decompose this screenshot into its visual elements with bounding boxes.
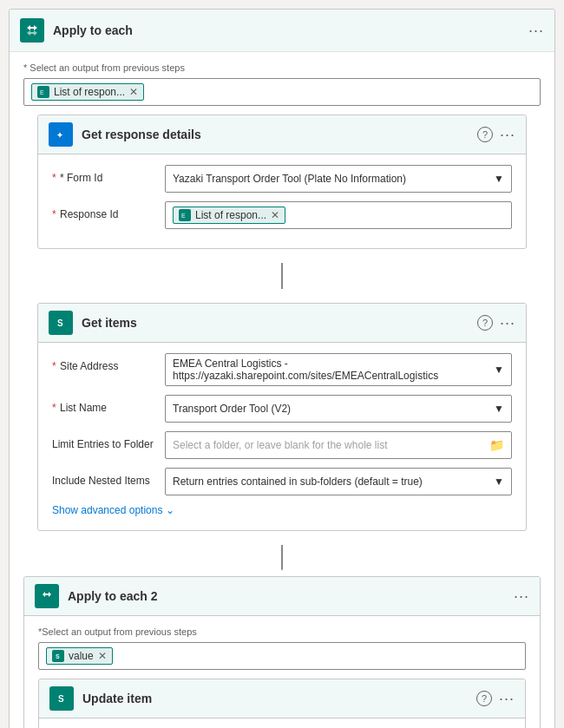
- include-nested-text: Return entries contained in sub-folders …: [173, 475, 423, 488]
- apply-to-each-2-tag: S value ✕: [46, 647, 113, 665]
- form-id-arrow: ▼: [494, 173, 504, 185]
- limit-entries-field[interactable]: Select a folder, or leave blank for the …: [165, 431, 512, 459]
- apply-to-each-menu[interactable]: ···: [528, 23, 544, 38]
- get-response-icon: ✦: [49, 122, 73, 147]
- apply-to-each-2-tag-label: value: [69, 650, 94, 662]
- apply-to-each-tag-label: List of respon...: [54, 86, 125, 98]
- apply-to-each-2-icon: [35, 584, 59, 608]
- response-id-tag: E List of respon... ✕: [173, 207, 285, 224]
- site-address-value[interactable]: EMEA Central Logistics - https://yazaki.…: [165, 353, 512, 386]
- connector-line-2-svg: [281, 545, 283, 571]
- site-address-text: EMEA Central Logistics - https://yazaki.…: [173, 357, 494, 382]
- include-nested-row: Include Nested Items Return entries cont…: [52, 468, 512, 495]
- update-item-icon: S: [49, 686, 74, 711]
- connector-1: [23, 258, 541, 294]
- apply-to-each-2-card: Apply to each 2 ··· *Select an output fr…: [23, 576, 541, 728]
- site-address-row: * Site Address EMEA Central Logistics - …: [52, 353, 512, 386]
- list-name-value[interactable]: Transport Order Tool (V2) ▼: [165, 395, 512, 423]
- apply-to-each-output-container[interactable]: E List of respon... ✕: [23, 78, 541, 106]
- list-name-label: * List Name: [52, 395, 165, 414]
- form-id-text: Yazaki Transport Order Tool (Plate No In…: [173, 173, 406, 185]
- apply-to-each-title: Apply to each: [53, 23, 528, 37]
- svg-text:E: E: [181, 213, 186, 219]
- update-item-title: Update item: [82, 692, 476, 705]
- include-nested-label: Include Nested Items: [52, 468, 165, 487]
- get-items-help[interactable]: ?: [477, 315, 493, 331]
- get-items-icon: S: [49, 311, 73, 335]
- include-nested-arrow: ▼: [494, 475, 504, 488]
- apply-to-each-2-tag-icon: S: [52, 650, 64, 662]
- apply-to-each-tag-close[interactable]: ✕: [129, 87, 138, 97]
- svg-rect-12: [40, 589, 54, 603]
- apply-to-each-body: * Select an output from previous steps E…: [10, 52, 554, 728]
- apply-to-each-2-header: Apply to each 2 ···: [24, 577, 540, 616]
- get-items-actions: ? ···: [477, 315, 515, 331]
- response-id-row: * Response Id E List: [52, 201, 512, 229]
- get-response-actions: ? ···: [477, 127, 515, 142]
- response-id-tag-icon: E: [179, 209, 191, 221]
- limit-entries-row: Limit Entries to Folder Select a folder,…: [52, 431, 512, 459]
- connector-2: [23, 540, 541, 576]
- list-name-arrow: ▼: [494, 403, 504, 415]
- show-advanced-chevron: ⌄: [166, 504, 174, 516]
- get-items-card: S Get items ? ··· * Site Address: [37, 303, 527, 531]
- form-id-value[interactable]: Yazaki Transport Order Tool (Plate No In…: [165, 165, 512, 193]
- apply-to-each-2-output-container[interactable]: S value ✕: [38, 642, 526, 670]
- get-items-body: * Site Address EMEA Central Logistics - …: [38, 343, 526, 530]
- apply-to-each-2-menu[interactable]: ···: [514, 588, 529, 604]
- svg-text:S: S: [56, 653, 60, 659]
- list-name-dropdown[interactable]: Transport Order Tool (V2) ▼: [165, 395, 512, 423]
- get-response-body: * * Form Id Yazaki Transport Order Tool …: [38, 154, 526, 248]
- site-address-arrow: ▼: [494, 364, 504, 376]
- tag-icon-excel: E: [37, 86, 49, 98]
- limit-entries-placeholder: Select a folder, or leave blank for the …: [173, 439, 387, 451]
- response-id-tag-label: List of respon...: [195, 209, 266, 221]
- update-item-help[interactable]: ?: [476, 691, 492, 706]
- get-response-header: ✦ Get response details ? ···: [38, 115, 526, 154]
- site-address-dropdown[interactable]: EMEA Central Logistics - https://yazaki.…: [165, 353, 512, 386]
- response-id-tag-close[interactable]: ✕: [271, 210, 279, 220]
- update-item-header: S Update item ? ···: [39, 679, 525, 718]
- apply-to-each-actions: ···: [528, 23, 544, 38]
- list-name-text: Transport Order Tool (V2): [173, 403, 291, 415]
- update-item-card: S Update item ? ··· * Site: [38, 679, 526, 728]
- site-address-label: * Site Address: [52, 353, 165, 372]
- apply-to-each-2-tag-close[interactable]: ✕: [98, 651, 107, 661]
- update-item-body: * Site Address EMEA Central Logistics - …: [39, 718, 525, 728]
- limit-entries-label: Limit Entries to Folder: [52, 431, 165, 450]
- include-nested-value[interactable]: Return entries contained in sub-folders …: [165, 468, 512, 495]
- apply-to-each-2-actions: ···: [514, 588, 529, 604]
- select-output-label: * Select an output from previous steps: [23, 62, 541, 73]
- form-id-row: * * Form Id Yazaki Transport Order Tool …: [52, 165, 512, 193]
- svg-text:S: S: [58, 694, 64, 704]
- include-nested-dropdown[interactable]: Return entries contained in sub-folders …: [165, 468, 512, 495]
- svg-marker-11: [281, 562, 283, 571]
- show-advanced-label: Show advanced options: [52, 504, 162, 516]
- get-items-title: Get items: [82, 316, 477, 330]
- apply-to-each-2-body: *Select an output from previous steps S …: [24, 616, 540, 728]
- get-response-menu[interactable]: ···: [500, 127, 515, 142]
- get-response-title: Get response details: [82, 128, 477, 141]
- limit-entries-value[interactable]: Select a folder, or leave blank for the …: [165, 431, 512, 459]
- apply-to-each-tag: E List of respon... ✕: [31, 83, 144, 101]
- svg-text:E: E: [40, 89, 44, 95]
- apply-to-each-2-title: Apply to each 2: [68, 589, 514, 603]
- connector-line-svg: [281, 263, 283, 289]
- response-id-container[interactable]: E List of respon... ✕: [165, 201, 512, 229]
- get-items-menu[interactable]: ···: [500, 315, 515, 331]
- form-id-dropdown[interactable]: Yazaki Transport Order Tool (Plate No In…: [165, 165, 512, 193]
- show-advanced-options[interactable]: Show advanced options ⌄: [52, 504, 512, 520]
- svg-text:✦: ✦: [56, 131, 63, 140]
- list-name-row: * List Name Transport Order Tool (V2) ▼: [52, 395, 512, 423]
- response-id-value: E List of respon... ✕: [165, 201, 512, 229]
- update-item-menu[interactable]: ···: [499, 691, 515, 706]
- get-items-header: S Get items ? ···: [38, 304, 526, 343]
- folder-icon: 📁: [489, 438, 504, 452]
- form-id-label: * * Form Id: [52, 165, 165, 184]
- apply-to-each-icon: [20, 18, 44, 43]
- get-response-help[interactable]: ?: [477, 127, 493, 142]
- apply-to-each-header: Apply to each ···: [10, 10, 554, 52]
- select-output-2-label: *Select an output from previous steps: [38, 626, 526, 637]
- update-item-actions: ? ···: [476, 691, 515, 706]
- get-response-card: ✦ Get response details ? ··· * * Form Id: [37, 115, 527, 249]
